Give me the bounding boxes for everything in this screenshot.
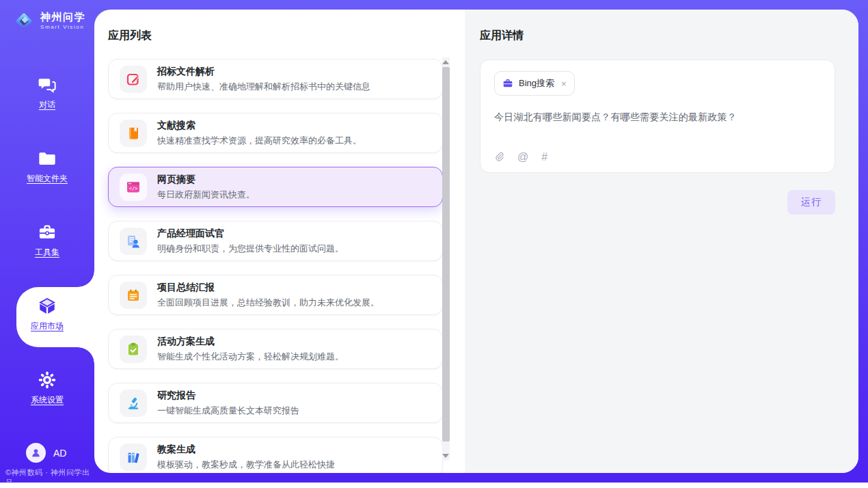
tool-chip-label: Bing搜索 xyxy=(519,77,554,90)
app-card-bid-parsing[interactable]: 招标文件解析 帮助用户快速、准确地理解和解析招标书中的关键信息 xyxy=(108,59,443,99)
chip-close-icon[interactable]: × xyxy=(561,79,567,88)
microscope-icon xyxy=(120,390,147,417)
app-list-scrollbar[interactable] xyxy=(442,57,450,461)
app-card-desc: 帮助用户快速、准确地理解和解析招标书中的关键信息 xyxy=(157,81,370,93)
paperclip-icon[interactable] xyxy=(494,151,504,163)
hashtag-icon[interactable]: # xyxy=(541,152,547,163)
app-card-event-plan[interactable]: 活动方案生成 智能生成个性化活动方案，轻松解决规划难题。 xyxy=(108,329,443,369)
folder-icon xyxy=(38,149,57,168)
person-icon xyxy=(30,447,42,459)
brand-subtitle: Smart Vision xyxy=(40,25,85,31)
app-card-research-report[interactable]: 研究报告 一键智能生成高质量长文本研究报告 xyxy=(108,383,443,423)
scrollbar-up-arrow-icon[interactable] xyxy=(442,60,449,64)
app-card-project-summary[interactable]: 项目总结汇报 全面回顾项目进展，总结经验教训，助力未来优化发展。 xyxy=(108,275,443,315)
app-card-web-summary[interactable]: </> 网页摘要 每日政府新闻资讯快查。 xyxy=(108,167,443,207)
app-cards: 招标文件解析 帮助用户快速、准确地理解和解析招标书中的关键信息 文献搜索 快速精… xyxy=(108,59,443,473)
chat-icon xyxy=(38,75,57,94)
app-list-panel: 应用列表 招标文件解析 帮助用户快速、准确地理解和解析招标书中的关键信息 xyxy=(94,10,465,473)
svg-text:</>: </> xyxy=(129,186,138,191)
app-card-desc: 每日政府新闻资讯快查。 xyxy=(157,189,255,201)
sidebar-item-label: 对话 xyxy=(39,99,55,111)
sidebar-item-chat[interactable]: 对话 xyxy=(0,75,94,111)
app-card-desc: 智能生成个性化活动方案，轻松解决规划难题。 xyxy=(157,351,344,363)
app-detail-title: 应用详情 xyxy=(480,29,835,43)
prompt-card[interactable]: Bing搜索 × 今日湖北有哪些新闻要点？有哪些需要关注的最新政策？ @ # xyxy=(480,59,835,173)
avatar xyxy=(26,443,46,463)
content-panel: 应用列表 招标文件解析 帮助用户快速、准确地理解和解析招标书中的关键信息 xyxy=(94,10,858,473)
scrollbar-thumb[interactable] xyxy=(442,67,450,442)
app-card-desc: 快速精准查找学术资源，提高研究效率的必备工具。 xyxy=(157,135,362,147)
browser-icon: </> xyxy=(120,174,147,201)
app-card-lesson-plan[interactable]: 教案生成 模板驱动，教案秒成，教学准备从此轻松快捷 xyxy=(108,437,443,473)
sidebar: 神州问学 Smart Vision 对话 智能文件夹 工具集 xyxy=(0,0,94,483)
prompt-text[interactable]: 今日湖北有哪些新闻要点？有哪些需要关注的最新政策？ xyxy=(494,111,821,124)
toolbox-icon xyxy=(38,223,57,242)
app-card-title: 网页摘要 xyxy=(157,174,255,186)
mention-icon[interactable]: @ xyxy=(517,152,528,163)
sidebar-item-settings[interactable]: 系统设置 xyxy=(0,370,94,406)
app-card-literature-search[interactable]: 文献搜索 快速精准查找学术资源，提高研究效率的必备工具。 xyxy=(108,113,443,153)
app-detail-panel: 应用详情 Bing搜索 × 今日湖北有哪些新闻要点？有哪些需要关注的最新政策？ … xyxy=(465,10,858,473)
sidebar-item-label: 应用市场 xyxy=(31,321,64,332)
app-card-title: 招标文件解析 xyxy=(157,66,370,78)
app-card-title: 文献搜索 xyxy=(157,120,362,132)
sidebar-item-app-market[interactable]: 应用市场 xyxy=(0,297,94,332)
clipboard-check-icon xyxy=(120,336,147,363)
briefcase-icon xyxy=(502,78,513,89)
app-card-title: 教案生成 xyxy=(157,444,335,456)
sidebar-item-label: 系统设置 xyxy=(31,394,64,406)
app-card-desc: 一键智能生成高质量长文本研究报告 xyxy=(157,405,299,417)
app-card-title: 产品经理面试官 xyxy=(157,228,344,240)
sidebar-item-toolkit[interactable]: 工具集 xyxy=(0,223,94,258)
app-card-desc: 模板驱动，教案秒成，教学准备从此轻松快捷 xyxy=(157,459,335,471)
attachment-toolbar: @ # xyxy=(494,151,821,163)
pen-square-icon xyxy=(120,66,147,93)
app-card-title: 活动方案生成 xyxy=(157,336,344,348)
copyright-text: ©神州数码 · 神州问学出品 xyxy=(5,467,94,488)
user-label: AD xyxy=(53,448,66,459)
app-card-title: 研究报告 xyxy=(157,390,299,402)
cube-icon xyxy=(38,297,57,316)
books-icon xyxy=(120,444,147,471)
gear-icon xyxy=(38,370,57,390)
user-profile[interactable]: AD xyxy=(26,443,66,463)
run-button[interactable]: 运行 xyxy=(787,190,835,215)
app-card-pm-interviewer[interactable]: 产品经理面试官 明确身份和职责，为您提供专业性的面试问题。 xyxy=(108,221,443,261)
brand-logo: 神州问学 Smart Vision xyxy=(12,10,85,33)
sidebar-item-label: 智能文件夹 xyxy=(27,173,68,185)
scrollbar-down-arrow-icon[interactable] xyxy=(442,454,449,458)
sidebar-item-smart-folders[interactable]: 智能文件夹 xyxy=(0,149,94,185)
brand-name: 神州问学 xyxy=(40,12,85,23)
app-list-title: 应用列表 xyxy=(108,29,443,43)
sidebar-item-label: 工具集 xyxy=(35,247,59,258)
app-card-desc: 明确身份和职责，为您提供专业性的面试问题。 xyxy=(157,243,344,255)
tool-chip-bing-search[interactable]: Bing搜索 × xyxy=(494,71,575,96)
app-card-title: 项目总结汇报 xyxy=(157,282,379,294)
brand-logo-icon xyxy=(12,10,36,33)
interviewer-icon xyxy=(120,228,147,255)
app-card-desc: 全面回顾项目进展，总结经验教训，助力未来优化发展。 xyxy=(157,297,379,309)
calendar-icon xyxy=(120,282,147,309)
book-icon xyxy=(120,120,147,147)
